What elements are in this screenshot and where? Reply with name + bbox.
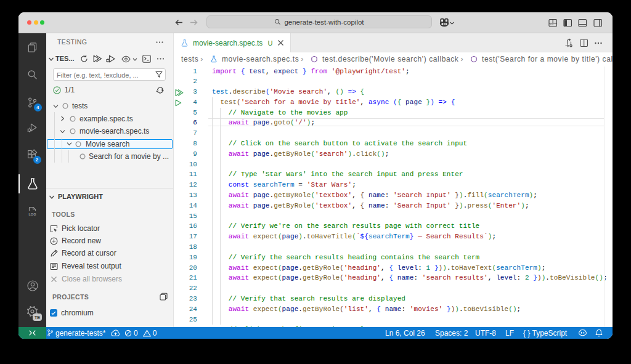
svg-text:LOG: LOG (28, 212, 36, 216)
